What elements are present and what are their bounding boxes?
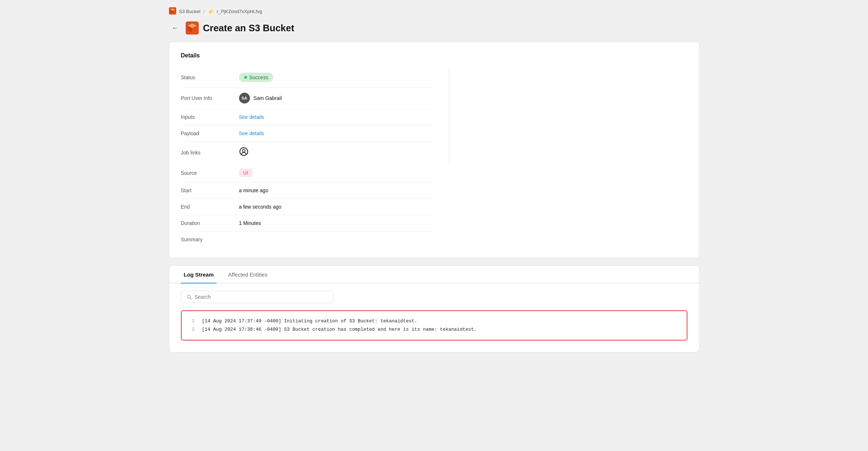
user-name: Sam Gabrail [254,95,282,101]
breadcrumb-service: S3 Bucket [179,9,201,14]
svg-line-11 [190,298,191,299]
github-icon[interactable] [239,147,249,158]
value-payload: See details [239,130,264,136]
details-grid: Status Success Port User Info SA Sam Gab… [181,68,687,247]
breadcrumb: S3 Bucket / ⚡ r_PjKZond7xXpHLfvg [169,6,699,17]
label-source: Source [181,170,239,176]
label-job-links: Job links [181,150,239,156]
log-container: 1 [14 Aug 2024 17:37:49 -0400] Initiatin… [181,310,687,341]
duration-text: 1 Minutes [239,220,261,226]
status-text: Success [249,75,269,80]
details-right: Source UI Start a minute ago End a [181,164,434,247]
label-end: End [181,204,239,210]
log-line-num-2: 2 [189,325,195,334]
breadcrumb-separator: / [203,9,205,14]
status-badge: Success [239,73,274,82]
detail-row-job-links: Job links [181,142,434,164]
search-box[interactable] [181,291,334,303]
value-job-links [239,147,249,158]
status-dot [244,76,247,79]
inputs-link[interactable]: See details [239,114,264,120]
log-line: 2 [14 Aug 2024 17:38:46 -0400] S3 Bucket… [189,325,679,334]
avatar: SA [239,93,250,104]
label-port-user: Port User Info [181,95,239,101]
log-line: 1 [14 Aug 2024 17:37:49 -0400] Initiatin… [189,317,679,325]
label-inputs: Inputs [181,114,239,120]
value-port-user: SA Sam Gabrail [239,93,282,104]
label-duration: Duration [181,220,239,226]
page-header: ← Create an S3 Bucket [169,21,699,35]
details-left: Status Success Port User Info SA Sam Gab… [181,68,434,164]
label-start: Start [181,188,239,193]
breadcrumb-run-id: r_PjKZond7xXpHLfvg [217,9,262,14]
end-text: a few seconds ago [239,204,282,210]
tab-content-log-stream: 1 [14 Aug 2024 17:37:49 -0400] Initiatin… [169,283,699,352]
detail-row-source: Source UI [181,164,434,182]
start-text: a minute ago [239,188,269,193]
log-line-num-1: 1 [189,317,195,325]
detail-row-summary: Summary [181,231,434,247]
svg-point-8 [240,148,248,156]
log-line-text-1: [14 Aug 2024 17:37:49 -0400] Initiating … [202,317,417,325]
search-input[interactable] [195,294,328,300]
search-icon [186,294,192,300]
detail-row-duration: Duration 1 Minutes [181,215,434,231]
value-start: a minute ago [239,188,269,193]
detail-row-port-user: Port User Info SA Sam Gabrail [181,88,434,109]
detail-row-payload: Payload See details [181,125,434,142]
details-section-title: Details [181,52,687,59]
value-status: Success [239,73,274,82]
detail-row-inputs: Inputs See details [181,109,434,125]
log-line-text-2: [14 Aug 2024 17:38:46 -0400] S3 Bucket c… [202,325,477,334]
label-status: Status [181,75,239,80]
details-card: Details Status Success Port User Info [169,42,699,258]
tabs-header: Log Stream Affected Entities [169,266,699,283]
page-title: Create an S3 Bucket [203,23,294,34]
back-button[interactable]: ← [169,23,181,33]
column-divider [449,68,449,164]
svg-point-9 [242,149,245,152]
value-end: a few seconds ago [239,204,282,210]
value-source: UI [239,169,253,177]
lightning-icon: ⚡ [207,9,214,15]
tabs-card: Log Stream Affected Entities 1 [14 Aug 2… [169,265,699,353]
detail-row-start: Start a minute ago [181,182,434,199]
page-icon [186,21,199,35]
detail-row-status: Status Success [181,68,434,88]
tab-affected-entities[interactable]: Affected Entities [225,266,270,283]
value-inputs: See details [239,114,264,120]
label-payload: Payload [181,130,239,136]
value-duration: 1 Minutes [239,220,261,226]
source-badge: UI [239,169,253,177]
detail-row-end: End a few seconds ago [181,199,434,215]
label-summary: Summary [181,237,239,242]
tab-log-stream[interactable]: Log Stream [181,266,217,283]
payload-link[interactable]: See details [239,130,264,136]
s3-bucket-icon [169,7,176,16]
